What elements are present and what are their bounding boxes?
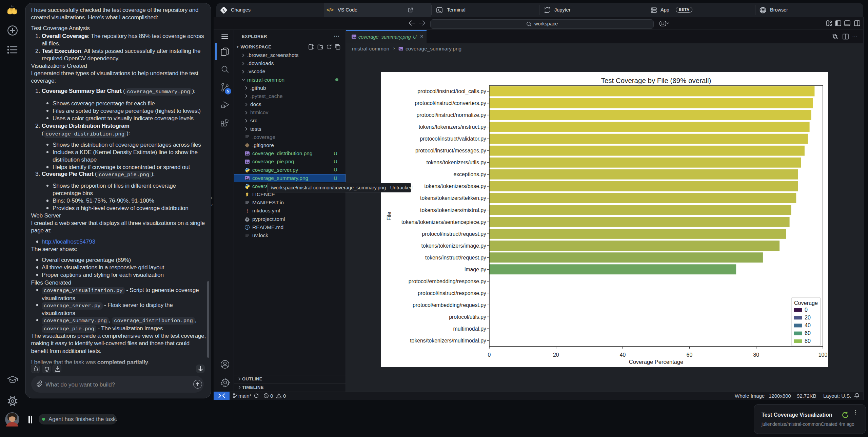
svg-text:tokens/tokenizers/instruct.py: tokens/tokenizers/instruct.py: [419, 124, 486, 130]
svg-text:tokens/instruct/request.py: tokens/instruct/request.py: [425, 255, 486, 261]
svg-text:tokens/tokenizers/multimodal.p: tokens/tokenizers/multimodal.py: [410, 338, 486, 344]
svg-text:Coverage Percentage: Coverage Percentage: [629, 359, 684, 365]
svg-text:protocol/embedding/request.py: protocol/embedding/request.py: [413, 302, 486, 308]
svg-text:60: 60: [687, 352, 693, 358]
svg-text:multimodal.py: multimodal.py: [453, 326, 487, 332]
svg-text:protocol/instruct/normalize.py: protocol/instruct/normalize.py: [417, 112, 487, 118]
svg-text:60: 60: [805, 330, 811, 336]
svg-text:protocol/instruct/tool_calls.p: protocol/instruct/tool_calls.py: [417, 88, 486, 95]
svg-text:File: File: [386, 212, 392, 221]
svg-text:protocol/embedding/response.py: protocol/embedding/response.py: [409, 278, 486, 284]
svg-text:tokens/tokenizers/base.py: tokens/tokenizers/base.py: [424, 183, 486, 189]
svg-text:Coverage: Coverage: [794, 300, 818, 306]
svg-text:protocol/instruct/response.py: protocol/instruct/response.py: [418, 290, 486, 296]
svg-text:protocol/instruct/request.py: protocol/instruct/request.py: [422, 231, 486, 237]
svg-text:40: 40: [805, 322, 811, 328]
svg-text:tokens/tokenizers/tekken.py: tokens/tokenizers/tekken.py: [420, 195, 486, 201]
svg-text:tokens/tokenizers/utils.py: tokens/tokenizers/utils.py: [427, 160, 487, 165]
svg-text:tokens/tokenizers/mistral.py: tokens/tokenizers/mistral.py: [420, 207, 486, 213]
svg-text:20: 20: [805, 315, 811, 320]
svg-text:Test Coverage by File (89% ove: Test Coverage by File (89% overall): [601, 77, 711, 84]
svg-text:20: 20: [553, 352, 559, 358]
svg-text:protocol/instruct/messages.py: protocol/instruct/messages.py: [415, 148, 486, 153]
svg-text:exceptions.py: exceptions.py: [453, 171, 486, 177]
svg-text:100: 100: [818, 352, 828, 358]
svg-text:protocol/instruct/converters.p: protocol/instruct/converters.py: [415, 100, 486, 106]
svg-text:protocol/instruct/validator.py: protocol/instruct/validator.py: [420, 136, 486, 142]
svg-text:tokens/tokenizers/image.py: tokens/tokenizers/image.py: [421, 243, 487, 249]
svg-text:protocol/utils.py: protocol/utils.py: [449, 314, 486, 320]
svg-text:40: 40: [620, 352, 626, 358]
svg-text:80: 80: [753, 352, 759, 358]
svg-text:image.py: image.py: [465, 267, 486, 272]
svg-text:tokens/tokenizers/sentencepiec: tokens/tokenizers/sentencepiece.py: [401, 219, 486, 225]
svg-text:0: 0: [488, 352, 491, 358]
svg-text:80: 80: [805, 338, 811, 344]
svg-text:0: 0: [805, 307, 808, 313]
